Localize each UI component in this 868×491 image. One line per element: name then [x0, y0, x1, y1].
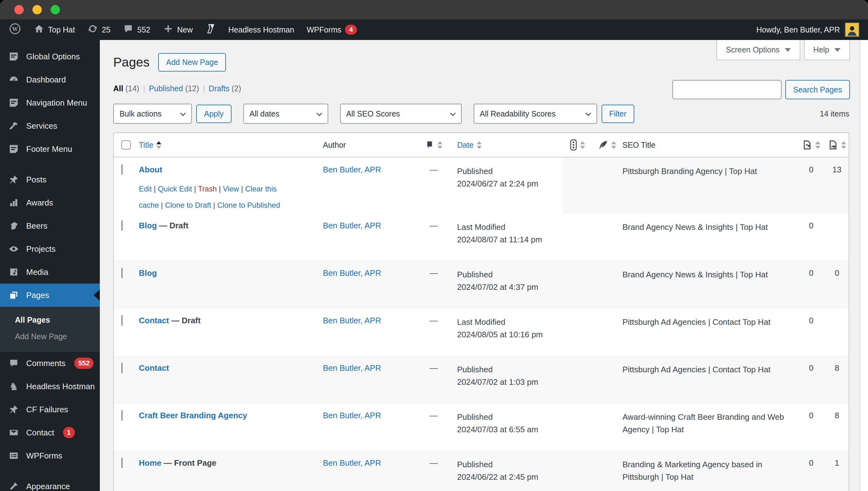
- view-separator: |: [143, 84, 145, 93]
- sidebar-item-cf-failures[interactable]: CF Failures: [0, 398, 100, 421]
- sidebar-item-appearance[interactable]: Appearance: [0, 475, 100, 491]
- row-checkbox[interactable]: [121, 268, 123, 278]
- page-title-link[interactable]: About: [139, 165, 162, 174]
- sort-date-header[interactable]: Date: [457, 141, 474, 150]
- seo-score-column-header[interactable]: [563, 139, 592, 150]
- scrollbar[interactable]: [860, 40, 868, 491]
- media-icon: [8, 266, 19, 278]
- page-title-link[interactable]: Craft Beer Branding Agency: [139, 411, 247, 420]
- page-title-link[interactable]: Blog: [139, 268, 157, 278]
- sidebar-item-wpforms[interactable]: WPForms: [0, 444, 100, 467]
- row-checkbox[interactable]: [121, 164, 123, 175]
- yoast-seo-menu[interactable]: [205, 23, 216, 36]
- author-link[interactable]: Ben Butler, APR: [323, 411, 381, 420]
- internal-links-icon: [828, 140, 838, 150]
- help-tab[interactable]: Help: [804, 40, 850, 60]
- internal-links-count-cell: 8: [825, 403, 849, 451]
- row-checkbox[interactable]: [121, 458, 123, 468]
- row-checkbox[interactable]: [121, 220, 123, 231]
- internal-links-column-header[interactable]: [825, 140, 849, 150]
- author-link[interactable]: Ben Butler, APR: [323, 268, 381, 278]
- comment-bubble-icon: [425, 140, 434, 150]
- add-new-page-button[interactable]: Add New Page: [158, 53, 226, 71]
- author-link[interactable]: Ben Butler, APR: [323, 165, 381, 174]
- sidebar-item-posts[interactable]: Posts: [0, 168, 100, 191]
- sidebar-item-footer-menu[interactable]: Footer Menu: [0, 138, 100, 161]
- submenu-item-all-pages[interactable]: All Pages: [0, 312, 100, 328]
- avatar[interactable]: [845, 23, 859, 37]
- row-action-view[interactable]: View: [223, 184, 239, 193]
- row-checkbox[interactable]: [121, 410, 123, 421]
- row-action-edit[interactable]: Edit: [139, 184, 152, 193]
- view-published[interactable]: Published (12): [149, 84, 199, 93]
- row-checkbox[interactable]: [121, 315, 123, 326]
- sidebar-item-dashboard[interactable]: Dashboard: [0, 68, 100, 91]
- search-pages-button[interactable]: Search Pages: [785, 80, 850, 99]
- sidebar-item-services[interactable]: Services: [0, 114, 100, 138]
- row-action-trash[interactable]: Trash: [198, 184, 217, 193]
- sidebar-item-media[interactable]: Media: [0, 260, 100, 284]
- row-action-clone-to-published[interactable]: Clone to Published: [217, 201, 280, 209]
- view-drafts[interactable]: Drafts (2): [209, 84, 241, 93]
- row-action-clone-to-draft[interactable]: Clone to Draft: [165, 201, 211, 209]
- bulk-actions-select[interactable]: Bulk actions: [113, 104, 192, 124]
- submenu-item-add-new-page[interactable]: Add New Page: [0, 328, 100, 345]
- adminbar-comments-menu[interactable]: 552: [123, 23, 150, 36]
- filter-button[interactable]: Filter: [601, 105, 634, 123]
- seo-scores-select[interactable]: All SEO Scores: [340, 104, 462, 124]
- wpforms-menu[interactable]: WPForms 4: [307, 25, 357, 35]
- search-input[interactable]: [672, 80, 782, 99]
- links-column-header[interactable]: [797, 140, 825, 150]
- apply-button[interactable]: Apply: [196, 105, 231, 123]
- dates-select[interactable]: All dates: [243, 104, 328, 124]
- sidebar-item-label: WPForms: [26, 451, 62, 460]
- select-all-checkbox[interactable]: [121, 140, 131, 150]
- sidebar-item-label: Awards: [26, 198, 53, 207]
- page-title-link[interactable]: Contact: [139, 363, 169, 373]
- author-link[interactable]: Ben Butler, APR: [323, 221, 381, 230]
- minimize-window-button[interactable]: [32, 5, 42, 15]
- readability-scores-select[interactable]: All Readability Scores: [474, 104, 597, 124]
- author-link[interactable]: Ben Butler, APR: [323, 316, 381, 325]
- plus-icon: [163, 23, 174, 36]
- sort-title-header[interactable]: Title: [139, 141, 153, 150]
- page-title-link[interactable]: Contact: [139, 316, 169, 325]
- updates-menu[interactable]: 25: [87, 23, 111, 36]
- wp-logo-menu[interactable]: W: [9, 23, 21, 37]
- headless-hostman-menu[interactable]: Headless Hostman: [228, 25, 294, 34]
- sidebar-item-awards[interactable]: Awards: [0, 191, 100, 214]
- screen-options-tab[interactable]: Screen Options: [716, 40, 800, 60]
- readability-column-header[interactable]: [592, 140, 622, 150]
- row-checkbox[interactable]: [121, 363, 123, 373]
- sidebar-item-global-options[interactable]: Global Options: [0, 45, 100, 68]
- page-title-link[interactable]: Blog: [139, 221, 157, 230]
- sidebar-item-headless-hostman[interactable]: ♞Headless Hostman: [0, 375, 100, 398]
- date-value: 2024/06/22 at 2:45 pm: [457, 471, 563, 483]
- sidebar-item-navigation-menu[interactable]: Navigation Menu: [0, 91, 100, 114]
- pages-icon: [8, 290, 19, 301]
- sidebar-item-comments[interactable]: Comments552: [0, 352, 100, 375]
- sidebar-item-pages[interactable]: Pages: [0, 284, 100, 307]
- zoom-window-button[interactable]: [51, 5, 60, 15]
- links-count-cell: 0: [797, 213, 825, 261]
- page-title-link[interactable]: Home: [139, 458, 161, 468]
- sidebar-menu: Global OptionsDashboardNavigation MenuSe…: [0, 45, 100, 491]
- sidebar-item-label: Comments: [26, 358, 65, 368]
- comments-cell: —: [410, 356, 457, 403]
- site-name-menu[interactable]: Top Hat: [34, 23, 75, 36]
- row-action-quick-edit[interactable]: Quick Edit: [158, 184, 192, 193]
- view-all[interactable]: All (14): [113, 84, 139, 93]
- author-link[interactable]: Ben Butler, APR: [323, 458, 381, 468]
- sidebar-item-contact[interactable]: Contact1: [0, 421, 100, 444]
- author-link[interactable]: Ben Butler, APR: [323, 363, 381, 373]
- comments-column-header[interactable]: [410, 140, 457, 150]
- date-status: Published: [457, 165, 563, 177]
- feather-icon: [598, 140, 608, 150]
- close-window-button[interactable]: [14, 5, 24, 15]
- sidebar-item-beers[interactable]: Beers: [0, 214, 100, 237]
- new-content-menu[interactable]: New: [163, 23, 193, 36]
- date-status: Published: [457, 363, 563, 376]
- howdy-menu[interactable]: Howdy, Ben Butler, APR: [756, 25, 840, 34]
- sidebar-item-projects[interactable]: Projects: [0, 237, 100, 260]
- seo-title-cell: Pittsburgh Branding Agency | Top Hat: [622, 157, 797, 213]
